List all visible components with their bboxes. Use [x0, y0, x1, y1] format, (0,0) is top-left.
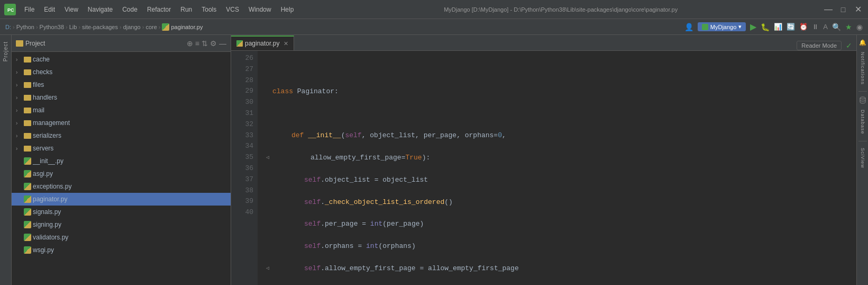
code-content[interactable]: class Paginator: def __init__(self, obje… — [258, 51, 856, 285]
tab-bar-right: Reader Mode ✓ — [797, 41, 856, 50]
coverage-button[interactable]: 📊 — [774, 23, 782, 31]
menu-help[interactable]: Help — [277, 5, 298, 14]
add-icon[interactable]: ⊕ — [187, 39, 193, 48]
notifications-label[interactable]: Notifications — [860, 49, 865, 88]
tree-file-exceptions[interactable]: › exceptions.py — [12, 180, 231, 193]
editor-tab-paginator[interactable]: paginator.py ✕ — [231, 35, 294, 50]
menu-code[interactable]: Code — [118, 5, 142, 14]
minimize-button[interactable]: — — [824, 5, 833, 14]
sciview-label[interactable]: SciView — [860, 145, 865, 172]
code-line-26 — [266, 64, 856, 75]
code-line-33: self.per_page = int(per_page) — [266, 219, 856, 230]
tree-file-init[interactable]: › __init__.py — [12, 155, 231, 167]
bookmark-button[interactable]: ★ — [845, 23, 852, 31]
notifications-icon[interactable]: 🔔 — [857, 37, 868, 48]
hide-icon[interactable]: — — [219, 39, 226, 48]
main-layout: Project Project ⊕ ≡ ⇅ ⚙ — › cache › — [0, 35, 868, 285]
menu-refactor[interactable]: Refactor — [143, 5, 175, 14]
fold-30[interactable]: ◁ — [266, 154, 272, 162]
menu-tools[interactable]: Tools — [197, 5, 221, 14]
editor-tab-bar: paginator.py ✕ Reader Mode ✓ — [231, 35, 856, 51]
pyfile-icon-paginator — [24, 195, 31, 203]
breadcrumb-core[interactable]: core — [145, 24, 157, 30]
database-icon[interactable] — [857, 95, 868, 105]
menu-window[interactable]: Window — [244, 5, 276, 14]
code-editor[interactable]: 26 27 28 29 30 31 32 33 34 35 36 37 38 3… — [231, 51, 856, 285]
tree-folder-management[interactable]: › management — [12, 117, 231, 129]
run-button[interactable]: ▶ — [750, 22, 756, 32]
attr-object-list: object_list — [325, 175, 370, 186]
breadcrumb-django[interactable]: django — [123, 24, 141, 30]
sidebar-divider-1 — [858, 91, 867, 92]
indicator-button[interactable]: ◉ — [856, 23, 863, 31]
user-icon[interactable]: 👤 — [684, 23, 693, 31]
fn-check: _check_object_list_is_ordered — [325, 197, 444, 208]
menu-edit[interactable]: Edit — [40, 5, 59, 14]
toolbar-right: 👤 MyDjango ▾ ▶ 🐛 📊 🔄 ⏰ ⏸ A 🔍 ★ ◉ — [684, 22, 863, 32]
paren-33b: ) — [420, 219, 424, 230]
breadcrumb-python[interactable]: Python — [16, 24, 34, 30]
fold-29 — [266, 132, 272, 140]
translate-button[interactable]: A — [823, 23, 828, 31]
breadcrumb-file-icon — [162, 23, 169, 31]
tab-close-button[interactable]: ✕ — [284, 40, 288, 47]
tree-folder-checks[interactable]: › checks — [12, 66, 231, 78]
sep5: › — [120, 24, 122, 30]
folder-icon-management — [24, 120, 31, 126]
breadcrumb-filename[interactable]: paginator.py — [171, 24, 203, 30]
tree-file-signing[interactable]: › signing.py — [12, 218, 231, 231]
tree-folder-handlers[interactable]: › handlers — [12, 91, 231, 104]
debug-button[interactable]: 🐛 — [761, 23, 770, 31]
breadcrumb-site-packages[interactable]: site-packages — [82, 24, 118, 30]
project-panel-header: Project ⊕ ≡ ⇅ ⚙ — — [12, 35, 231, 52]
tree-label-cache: cache — [33, 56, 50, 63]
project-tab-label[interactable]: Project — [3, 37, 8, 66]
maximize-button[interactable]: □ — [838, 5, 848, 14]
code-line-27: class Paginator: — [266, 86, 856, 97]
project-sidebar-tab[interactable]: Project — [0, 35, 12, 285]
colon-27: : — [334, 86, 339, 97]
sep2: › — [36, 24, 38, 30]
menu-navigate[interactable]: Navigate — [84, 5, 117, 14]
reader-mode-button[interactable]: Reader Mode — [797, 41, 842, 50]
tree-file-signals[interactable]: › signals.py — [12, 206, 231, 218]
tree-file-validators[interactable]: › validators.py — [12, 231, 231, 244]
breadcrumb-python38[interactable]: Python38 — [40, 24, 64, 30]
paren-33a: ( — [382, 219, 387, 230]
tree-file-asgi[interactable]: › asgi.py — [12, 167, 231, 180]
tree-folder-serializers[interactable]: › serializers — [12, 129, 231, 142]
pyfile-icon-signing — [24, 221, 31, 228]
tab-filename: paginator.py — [245, 40, 279, 47]
expand-icon[interactable]: ⇅ — [202, 39, 208, 48]
fold-35[interactable]: ◁ — [266, 264, 272, 273]
tree-label-signing: signing.py — [33, 221, 61, 228]
breadcrumb-lib[interactable]: Lib — [69, 24, 77, 30]
close-button[interactable]: ✕ — [853, 5, 863, 14]
profile-button[interactable]: 🔄 — [787, 23, 795, 31]
pyfile-icon-init — [24, 157, 31, 165]
menu-file[interactable]: File — [20, 5, 39, 14]
clock-button[interactable]: ⏰ — [799, 23, 808, 31]
tree-folder-files[interactable]: › files — [12, 78, 231, 91]
search-button[interactable]: 🔍 — [832, 23, 841, 31]
tree-folder-servers[interactable]: › servers — [12, 142, 231, 155]
menu-vcs[interactable]: VCS — [222, 5, 243, 14]
menu-view[interactable]: View — [60, 5, 83, 14]
param-allow-empty: allow_empty_first_page — [310, 153, 401, 164]
syntax-check-icon: ✓ — [846, 41, 852, 50]
pause-button[interactable]: ⏸ — [812, 23, 819, 31]
tree-folder-cache[interactable]: › cache — [12, 53, 231, 66]
menu-run[interactable]: Run — [176, 5, 196, 14]
database-label[interactable]: Database — [860, 106, 865, 138]
tree-file-paginator[interactable]: › paginator.py — [12, 193, 231, 206]
paren-34b: ) — [412, 241, 416, 252]
run-config-dropdown[interactable]: MyDjango ▾ — [698, 22, 746, 31]
app-logo: PC — [4, 4, 16, 15]
tree-file-wsgi[interactable]: › wsgi.py — [12, 244, 231, 256]
collapse-all-icon[interactable]: ≡ — [195, 39, 199, 48]
editor-area: paginator.py ✕ Reader Mode ✓ 26 27 28 29… — [231, 35, 856, 285]
param-orphans-34: orphans — [382, 241, 412, 252]
settings-icon[interactable]: ⚙ — [210, 39, 217, 48]
tree-folder-mail[interactable]: › mail — [12, 104, 231, 117]
breadcrumb-drive[interactable]: D: — [5, 24, 11, 30]
